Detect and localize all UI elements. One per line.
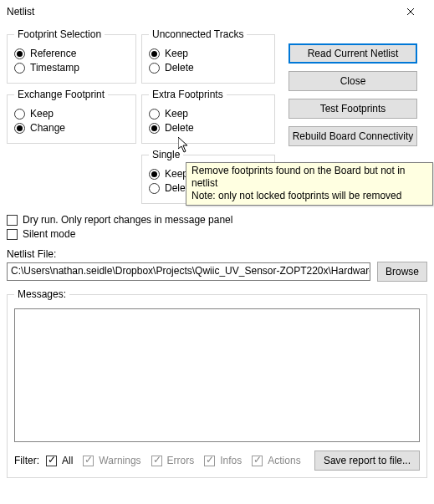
group-footprint-selection: Footprint Selection Reference Timestamp	[7, 28, 136, 84]
radio-label: Keep	[165, 108, 188, 120]
tooltip-line2: Note: only not locked footprints will be…	[191, 190, 427, 202]
radio-label: Keep	[30, 108, 54, 120]
radio-timestamp[interactable]: Timestamp	[14, 62, 129, 74]
radio-tracks-keep[interactable]: Keep	[149, 48, 268, 59]
radio-icon	[149, 183, 160, 194]
legend-unconnected-tracks: Unconnected Tracks	[149, 28, 247, 40]
button-label: Browse	[385, 266, 419, 277]
dry-run-checkbox[interactable]: Dry run. Only report changes in message …	[7, 214, 427, 226]
filter-actions-checkbox: Actions	[252, 455, 300, 466]
dialog-body: Footprint Selection Reference Timestamp …	[0, 23, 434, 490]
button-label: Read Current Netlist	[308, 48, 399, 59]
netlist-file-input[interactable]: C:\Users\nathan.seidle\Dropbox\Projects\…	[7, 262, 370, 281]
checkbox-label: Infos	[220, 455, 242, 466]
checkbox-label: Warnings	[99, 455, 140, 466]
radio-icon	[14, 109, 25, 120]
close-button[interactable]: Close	[288, 71, 417, 91]
radio-exchange-change[interactable]: Change	[14, 122, 129, 134]
filter-infos-checkbox: Infos	[204, 455, 242, 466]
radio-label: Change	[30, 122, 65, 134]
checkbox-label: Dry run. Only report changes in message …	[23, 214, 232, 226]
radio-icon	[14, 63, 25, 74]
legend-extra-footprints: Extra Footprints	[149, 89, 227, 100]
checkbox-icon	[7, 229, 18, 240]
radio-extra-delete[interactable]: Delete	[149, 122, 268, 134]
tooltip-line1: Remove footprints found on the Board but…	[191, 165, 427, 190]
group-messages: Messages: Filter: All Warnings Errors In…	[7, 288, 427, 478]
button-label: Close	[340, 75, 366, 87]
radio-reference[interactable]: Reference	[14, 48, 129, 59]
netlist-file-label: Netlist File:	[7, 248, 427, 260]
rebuild-connectivity-button[interactable]: Rebuild Board Connectivity	[288, 126, 417, 146]
group-extra-footprints: Extra Footprints Keep Delete	[141, 89, 275, 144]
radio-label: Keep	[165, 48, 188, 59]
button-label: Rebuild Board Connectivity	[293, 130, 414, 142]
legend-single-nets: Single	[149, 149, 183, 160]
filter-label: Filter:	[14, 455, 39, 466]
netlist-file-value: C:\Users\nathan.seidle\Dropbox\Projects\…	[11, 265, 370, 277]
radio-extra-keep[interactable]: Keep	[149, 108, 268, 120]
radio-exchange-keep[interactable]: Keep	[14, 108, 129, 120]
checkbox-icon	[46, 456, 57, 466]
radio-label: Reference	[30, 48, 76, 59]
group-exchange-footprint: Exchange Footprint Keep Change	[7, 89, 136, 144]
radio-label: Delete	[165, 62, 194, 74]
radio-icon	[149, 123, 160, 134]
tooltip: Remove footprints found on the Board but…	[186, 162, 433, 206]
browse-button[interactable]: Browse	[377, 262, 427, 282]
checkbox-icon	[83, 456, 94, 466]
checkbox-icon	[204, 456, 215, 466]
checkbox-label: All	[62, 455, 73, 466]
silent-mode-checkbox[interactable]: Silent mode	[7, 228, 427, 240]
radio-label: Keep	[165, 168, 188, 180]
checkbox-label: Actions	[268, 455, 300, 466]
radio-label: Delete	[165, 122, 194, 134]
radio-icon	[14, 48, 25, 59]
checkbox-icon	[151, 456, 162, 466]
radio-icon	[149, 109, 160, 120]
legend-messages: Messages:	[14, 288, 69, 300]
filter-errors-checkbox: Errors	[151, 455, 195, 466]
test-footprints-button[interactable]: Test Footprints	[288, 99, 417, 119]
filter-warnings-checkbox: Warnings	[83, 455, 140, 466]
checkbox-icon	[252, 456, 263, 466]
radio-icon	[149, 63, 160, 74]
button-label: Test Footprints	[320, 103, 386, 115]
save-report-button[interactable]: Save report to file...	[314, 451, 420, 471]
window-title: Netlist	[7, 6, 394, 18]
group-unconnected-tracks: Unconnected Tracks Keep Delete	[141, 28, 275, 84]
messages-textarea[interactable]	[14, 308, 420, 442]
checkbox-icon	[7, 215, 18, 226]
titlebar: Netlist	[0, 0, 434, 23]
button-label: Save report to file...	[324, 455, 411, 466]
checkbox-label: Errors	[167, 455, 195, 466]
radio-tracks-delete[interactable]: Delete	[149, 62, 268, 74]
radio-label: Timestamp	[30, 62, 79, 74]
radio-icon	[149, 169, 160, 180]
filter-all-checkbox[interactable]: All	[46, 455, 73, 466]
legend-footprint-selection: Footprint Selection	[14, 28, 105, 40]
checkbox-label: Silent mode	[23, 228, 75, 240]
read-netlist-button[interactable]: Read Current Netlist	[288, 43, 417, 64]
legend-exchange-footprint: Exchange Footprint	[14, 89, 108, 100]
close-icon[interactable]	[394, 0, 427, 23]
radio-icon	[149, 48, 160, 59]
radio-icon	[14, 123, 25, 134]
